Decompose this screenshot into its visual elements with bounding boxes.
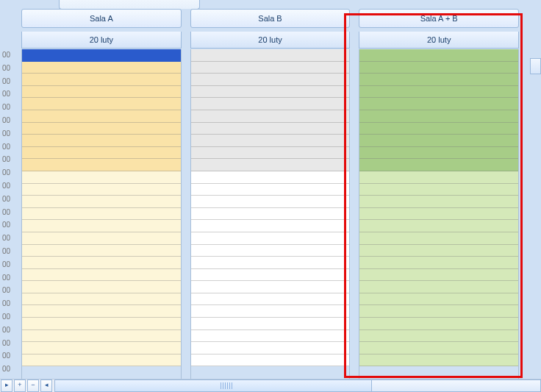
- time-slot[interactable]: [359, 232, 518, 245]
- time-slot[interactable]: [191, 330, 350, 343]
- time-slot[interactable]: [359, 74, 518, 86]
- time-slot[interactable]: [22, 196, 181, 208]
- time-slot[interactable]: [191, 110, 350, 123]
- nav-last-button[interactable]: ◂: [40, 379, 52, 392]
- time-slot[interactable]: [191, 184, 350, 196]
- time-grid[interactable]: [21, 49, 182, 379]
- time-slot[interactable]: [191, 196, 350, 208]
- time-slot[interactable]: [359, 257, 518, 269]
- time-slot[interactable]: [359, 171, 518, 184]
- time-slot[interactable]: [22, 342, 181, 354]
- time-slot[interactable]: [191, 135, 350, 147]
- time-slot[interactable]: [22, 184, 181, 196]
- time-gutter-label: 00: [0, 219, 11, 232]
- time-slot[interactable]: [359, 208, 518, 221]
- scheduler-main: 0000000000000000000000000000000000000000…: [0, 9, 541, 392]
- time-slot[interactable]: [191, 269, 350, 282]
- time-slot[interactable]: [191, 159, 350, 171]
- time-slot[interactable]: [22, 86, 181, 99]
- time-slot[interactable]: [359, 110, 518, 123]
- time-gutter-label: 00: [0, 338, 11, 351]
- time-slot[interactable]: [22, 245, 181, 257]
- horizontal-scrollbar[interactable]: [54, 379, 541, 392]
- time-slot[interactable]: [22, 330, 181, 343]
- time-slot[interactable]: [191, 208, 350, 221]
- time-slot[interactable]: [359, 159, 518, 171]
- time-slot[interactable]: [22, 293, 181, 306]
- time-slot[interactable]: [191, 220, 350, 232]
- column-room-header[interactable]: Sala B: [190, 9, 351, 28]
- column-date-header[interactable]: 20 luty: [21, 32, 182, 49]
- time-slot[interactable]: [359, 318, 518, 330]
- time-slot[interactable]: [191, 305, 350, 318]
- nav-add-button[interactable]: +: [14, 379, 26, 392]
- time-grid[interactable]: [190, 49, 351, 379]
- time-slot[interactable]: [22, 135, 181, 147]
- time-slot[interactable]: [359, 354, 518, 367]
- time-slot[interactable]: [191, 86, 350, 99]
- time-slot[interactable]: [359, 147, 518, 160]
- time-slot[interactable]: [359, 49, 518, 62]
- time-grid[interactable]: [359, 49, 519, 379]
- time-slot[interactable]: [191, 232, 350, 245]
- time-slot[interactable]: [22, 257, 181, 269]
- time-slot[interactable]: [191, 281, 350, 293]
- time-slot[interactable]: [22, 354, 181, 367]
- time-slot[interactable]: [359, 281, 518, 293]
- time-slot[interactable]: [359, 62, 518, 74]
- time-slot[interactable]: [191, 123, 350, 135]
- time-slot[interactable]: [191, 293, 350, 306]
- column-date-header[interactable]: 20 luty: [190, 32, 351, 49]
- column-date-header[interactable]: 20 luty: [359, 32, 519, 49]
- time-slot[interactable]: [359, 293, 518, 306]
- time-slot[interactable]: [359, 196, 518, 208]
- column-c: Sala A + B20 luty: [354, 9, 523, 379]
- time-slot[interactable]: [191, 257, 350, 269]
- app-root: { "tab": { "label": "Imprezy" }, "column…: [0, 0, 541, 392]
- time-slot[interactable]: [22, 171, 181, 184]
- time-slot[interactable]: [359, 305, 518, 318]
- time-slot[interactable]: [191, 49, 350, 62]
- time-slot[interactable]: [191, 342, 350, 354]
- column-room-header[interactable]: Sala A: [21, 9, 182, 28]
- time-slot[interactable]: [22, 159, 181, 171]
- time-slot[interactable]: [22, 318, 181, 330]
- time-slot[interactable]: [22, 305, 181, 318]
- time-slot[interactable]: [22, 232, 181, 245]
- time-slot[interactable]: [359, 245, 518, 257]
- vertical-scroll-up-button[interactable]: [530, 58, 541, 74]
- time-slot[interactable]: [359, 269, 518, 282]
- time-slot[interactable]: [359, 330, 518, 343]
- time-slot[interactable]: [22, 147, 181, 160]
- time-gutter-label: 00: [0, 76, 11, 89]
- time-slot[interactable]: [22, 110, 181, 123]
- time-slot[interactable]: [191, 354, 350, 367]
- time-slot[interactable]: [359, 184, 518, 196]
- time-slot[interactable]: [191, 98, 350, 110]
- time-slot[interactable]: [191, 147, 350, 160]
- time-slot[interactable]: [22, 123, 181, 135]
- time-slot[interactable]: [191, 171, 350, 184]
- time-slot[interactable]: [22, 208, 181, 221]
- time-slot[interactable]: [22, 62, 181, 74]
- time-slot[interactable]: [22, 220, 181, 232]
- time-slot[interactable]: [191, 62, 350, 74]
- time-slot[interactable]: [359, 135, 518, 147]
- nav-first-button[interactable]: ▸: [1, 379, 12, 392]
- time-slot[interactable]: [191, 74, 350, 86]
- time-slot[interactable]: [22, 98, 181, 110]
- time-slot[interactable]: [191, 318, 350, 330]
- time-slot[interactable]: [359, 86, 518, 99]
- selection-bar: [22, 49, 181, 62]
- time-slot[interactable]: [359, 98, 518, 110]
- time-slot[interactable]: [359, 342, 518, 354]
- time-slot[interactable]: [22, 74, 181, 86]
- nav-remove-button[interactable]: −: [27, 379, 39, 392]
- time-slot[interactable]: [359, 123, 518, 135]
- time-slot[interactable]: [191, 245, 350, 257]
- time-slot[interactable]: [22, 269, 181, 282]
- time-slot[interactable]: [22, 281, 181, 293]
- time-slot[interactable]: [359, 220, 518, 232]
- column-room-header[interactable]: Sala A + B: [359, 9, 519, 28]
- horizontal-scrollbar-thumb[interactable]: [55, 380, 372, 391]
